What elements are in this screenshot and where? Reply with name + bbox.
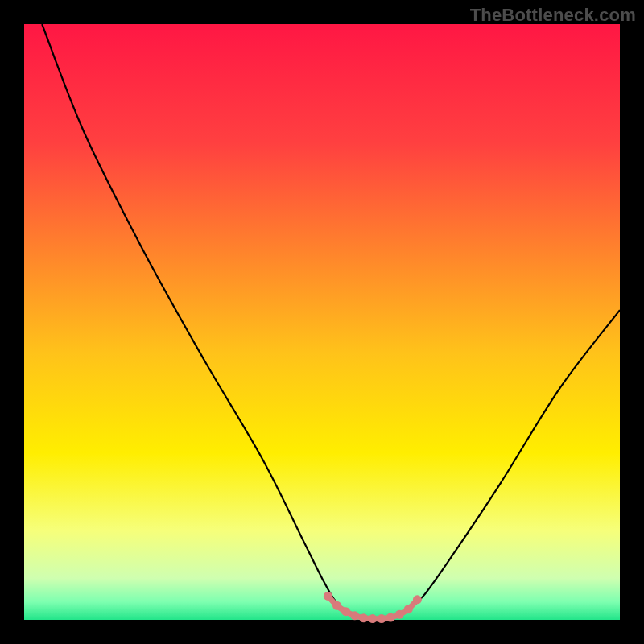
marker-dot <box>350 611 359 620</box>
marker-dot <box>332 601 341 610</box>
marker-dot <box>341 607 350 616</box>
watermark-text: TheBottleneck.com <box>470 5 636 26</box>
chart-frame: TheBottleneck.com <box>0 0 644 644</box>
marker-dot <box>368 614 377 623</box>
plot-area-bg <box>24 24 620 620</box>
marker-dot <box>386 613 395 622</box>
marker-dot <box>378 614 386 623</box>
bottleneck-chart <box>0 0 644 644</box>
marker-dot <box>324 592 332 601</box>
marker-dot <box>359 613 368 622</box>
marker-dot <box>404 605 413 613</box>
marker-dot <box>395 610 404 619</box>
marker-dot <box>413 595 422 604</box>
